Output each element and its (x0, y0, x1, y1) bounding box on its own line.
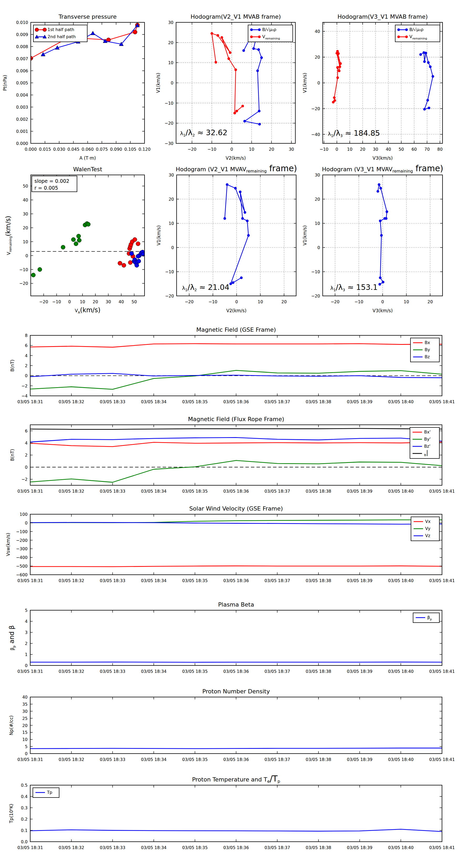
data-point (250, 35, 253, 38)
y-tick-label: −10 (19, 267, 28, 272)
data-point (427, 61, 430, 64)
marker-circle (86, 222, 91, 226)
x-tick-label: 03/05 18:32 (59, 757, 84, 762)
marker-circle (38, 268, 42, 272)
y-tick-label: 50 (23, 184, 28, 189)
x-tick-label: −10 (319, 147, 329, 152)
data-point (423, 108, 426, 111)
x-tick-label: 03/05 18:31 (18, 578, 43, 583)
series-line (30, 662, 442, 662)
data-point (397, 28, 400, 31)
y-axis-label: Np(#/cc) (9, 715, 14, 735)
x-tick-label: 03/05 18:34 (141, 489, 166, 494)
x-tick-label: 03/05 18:40 (388, 669, 414, 674)
x-tick-label: 03/05 18:40 (388, 399, 414, 404)
marker-circle (76, 234, 81, 238)
data-point (235, 110, 238, 112)
y-tick-label: 0.001 (16, 129, 28, 134)
data-point (405, 28, 408, 31)
x-tick-label: 0.045 (67, 147, 79, 152)
x-tick-label: 03/05 18:38 (306, 757, 331, 762)
marker-circle (137, 259, 141, 263)
x-tick-label: 03/05 18:32 (59, 669, 84, 674)
x-tick-label: 03/05 18:37 (265, 399, 290, 404)
legend-label: Bx' (424, 430, 431, 435)
y-tick-label: 0.005 (16, 81, 28, 86)
data-point (432, 75, 434, 78)
marker-circle (31, 273, 35, 277)
data-point (234, 187, 237, 190)
x-tick-label: 03/05 18:31 (18, 669, 43, 674)
x-tick-label: 10 (404, 299, 409, 304)
legend: βp (413, 613, 439, 623)
x-tick-label: 03/05 18:40 (388, 757, 414, 762)
legend-label: B/√μ₀ρ (262, 27, 276, 32)
x-tick-label: 03/05 18:33 (100, 489, 125, 494)
y-tick-label: 0.5 (21, 783, 28, 788)
figure-canvas: 0.0000.0150.0300.0450.0600.0750.0900.105… (0, 0, 473, 868)
y-tick-label: 30 (315, 173, 320, 178)
x-tick-label: 03/05 18:37 (265, 845, 290, 850)
x-tick-label: 70 (425, 147, 430, 152)
x-tick-label: 03/05 18:33 (100, 399, 125, 404)
x-tick-label: 03/05 18:35 (182, 578, 208, 583)
data-point (425, 52, 427, 54)
x-tick-label: 0.090 (110, 147, 122, 152)
x-tick-label: 03/05 18:32 (59, 845, 84, 850)
x-tick-label: 03/05 18:39 (347, 399, 372, 404)
x-tick-label: 03/05 18:40 (388, 578, 414, 583)
x-tick-label: 20 (360, 147, 365, 152)
x-tick-label: 03/05 18:37 (265, 578, 290, 583)
x-tick-label: 03/05 18:38 (306, 669, 331, 674)
marker-circle (133, 238, 137, 242)
x-tick-label: −20 (39, 299, 48, 304)
x-tick-label: 0 (336, 147, 338, 152)
y-tick-label: 5 (25, 744, 28, 749)
y-tick-label: 0 (25, 521, 28, 526)
x-tick-label: 03/05 18:36 (223, 845, 249, 850)
info-box-line: r = 0.005 (34, 185, 58, 191)
x-tick-label: 03/05 18:39 (347, 578, 372, 583)
legend: Tp (33, 788, 59, 798)
y-tick-label: −20 (311, 106, 320, 111)
data-point (246, 220, 248, 222)
y-tick-label: −300 (16, 546, 28, 551)
y-tick-label: 35 (22, 702, 28, 707)
x-tick-label: 03/05 18:40 (388, 489, 414, 494)
y-tick-label: −20 (165, 293, 174, 299)
x-axis-label: V2(km/s) (226, 308, 246, 313)
plot-title: Hodogram(V2_V1 MVAB frame) (191, 13, 281, 20)
y-tick-label: 4 (25, 353, 28, 358)
x-tick-label: 03/05 18:35 (182, 757, 208, 762)
legend: B/√μ₀ρVremaining (395, 25, 440, 42)
x-tick-label: 03/05 18:31 (18, 845, 43, 850)
y-tick-label: −2 (21, 383, 28, 389)
y-tick-label: 0 (171, 81, 173, 86)
data-point (336, 76, 339, 79)
y-tick-label: 10 (169, 221, 174, 226)
legend: VxVyVz (411, 517, 439, 541)
x-tick-label: 03/05 18:33 (100, 669, 125, 674)
x-tick-label: 03/05 18:31 (18, 489, 43, 494)
info-box-line: slope = 0.002 (34, 178, 69, 184)
legend: B/√μ₀ρVremaining (248, 25, 293, 42)
x-tick-label: 03/05 18:38 (306, 578, 331, 583)
x-tick-label: 03/05 18:34 (141, 845, 166, 850)
data-point (241, 217, 244, 220)
x-tick-label: 0.105 (124, 147, 136, 152)
x-tick-label: 50 (131, 299, 137, 304)
data-point (226, 183, 228, 186)
series-beta-p (30, 662, 442, 662)
y-tick-label: 6 (25, 343, 28, 348)
y-tick-label: 2 (25, 641, 28, 646)
plot-title: Magnetic Field (GSE Frame) (196, 327, 276, 333)
data-point (338, 69, 341, 72)
series-layer (30, 662, 442, 662)
plot-title: Hodogram(V3_V1 MVAB frame) (337, 13, 428, 20)
x-tick-label: −20 (331, 299, 339, 304)
data-point (380, 234, 382, 237)
x-tick-label: 03/05 18:41 (429, 578, 454, 583)
data-point (242, 49, 245, 52)
data-point (428, 106, 431, 109)
y-axis-label: Vsw(km/s) (5, 533, 11, 556)
